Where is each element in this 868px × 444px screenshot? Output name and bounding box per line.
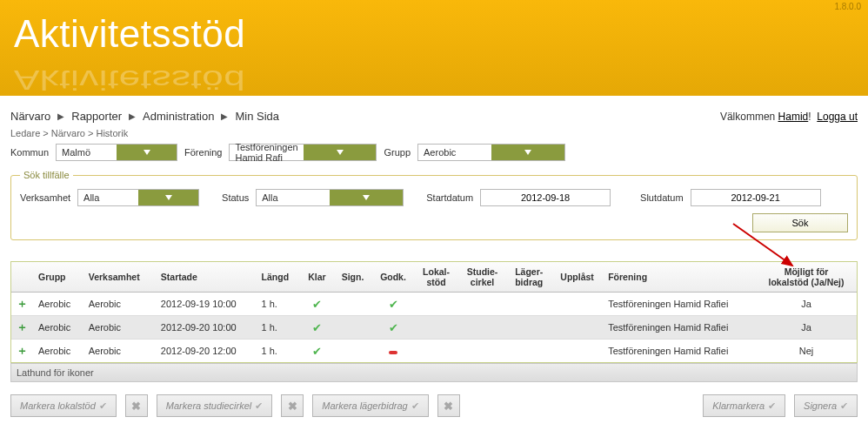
menu-rapporter[interactable]: Rapporter <box>71 110 122 123</box>
th-startade[interactable]: Startade <box>156 262 257 293</box>
slutdatum-label: Slutdatum <box>640 192 684 203</box>
markera-lagerbidrag-button[interactable]: Markera lägerbidrag ✔ <box>312 394 428 417</box>
th-forening[interactable]: Förening <box>603 262 756 293</box>
menu-narvaro[interactable]: Närvaro <box>10 110 50 123</box>
cell-grupp: Aerobic <box>33 293 83 316</box>
filters-row: Kommun Malmö Förening Testföreningen Ham… <box>10 144 858 161</box>
th-lager[interactable]: Läger- bidrag <box>506 262 551 293</box>
forening-select[interactable]: Testföreningen Hamid Rafi <box>229 144 377 161</box>
kommun-select[interactable]: Malmö <box>56 144 177 161</box>
check-icon: ✔ <box>312 321 322 334</box>
plus-icon[interactable]: ＋ <box>17 296 28 312</box>
signera-button[interactable]: Signera ✔ <box>794 394 858 417</box>
cell-lokal <box>414 316 457 340</box>
table-row[interactable]: ＋AerobicAerobic2012-09-20 10:001 h.✔✔Tes… <box>11 316 857 340</box>
cell-godk: ✔ <box>372 316 415 340</box>
slutdatum-input[interactable] <box>691 189 821 206</box>
th-klar[interactable]: Klar <box>300 262 333 293</box>
lathund-bar[interactable]: Lathund för ikoner <box>10 363 858 382</box>
svg-marker-2 <box>524 150 531 155</box>
markera-lokalstod-clear-button[interactable]: ✖ <box>125 394 148 417</box>
cell-klar: ✔ <box>300 340 333 363</box>
cell-studie <box>458 293 507 316</box>
results-table: Grupp Verksamhet Startade Längd Klar Sig… <box>10 261 858 363</box>
kommun-label: Kommun <box>10 147 49 158</box>
cell-startade: 2012-09-20 12:00 <box>156 340 257 363</box>
markera-studiecirkel-button[interactable]: Markera studiecirkel ✔ <box>157 394 272 417</box>
menu-minsida[interactable]: Min Sida <box>235 110 279 123</box>
cell-upplast <box>551 316 603 340</box>
breadcrumb-narvaro[interactable]: Närvaro <box>51 128 85 138</box>
cell-verksamhet: Aerobic <box>83 316 156 340</box>
cell-grupp: Aerobic <box>33 340 83 363</box>
check-icon: ✔ <box>411 400 419 412</box>
chevron-right-icon: ▶ <box>129 111 136 121</box>
app-header: 1.8.0.0 Aktivitetsstöd Aktivitetsstöd <box>0 0 868 96</box>
check-icon: ✔ <box>389 298 398 311</box>
th-sign[interactable]: Sign. <box>333 262 371 293</box>
grupp-label: Grupp <box>384 147 411 158</box>
th-studie[interactable]: Studie- cirkel <box>458 262 507 293</box>
markera-lagerbidrag-clear-button[interactable]: ✖ <box>437 394 460 417</box>
cell-lager <box>506 316 551 340</box>
logout-link[interactable]: Logga ut <box>817 111 858 123</box>
cell-upplast <box>551 293 603 316</box>
check-icon: ✔ <box>99 400 107 412</box>
menu-administration[interactable]: Administration <box>143 110 214 123</box>
cell-forening: Testföreningen Hamid Rafiei <box>603 293 756 316</box>
svg-marker-0 <box>144 150 150 155</box>
verksamhet-select[interactable]: Alla <box>77 189 199 206</box>
plus-icon[interactable]: ＋ <box>17 320 28 335</box>
th-verksamhet[interactable]: Verksamhet <box>83 262 156 293</box>
kommun-value: Malmö <box>57 147 117 158</box>
check-icon: ✔ <box>255 400 263 412</box>
th-langd[interactable]: Längd <box>257 262 301 293</box>
breadcrumb-historik: Historik <box>96 128 128 138</box>
cell-godk <box>372 340 415 363</box>
chevron-down-icon <box>330 190 403 205</box>
forening-label: Förening <box>184 147 222 158</box>
cell-godk: ✔ <box>372 293 415 316</box>
minus-icon <box>389 351 397 354</box>
chevron-right-icon: ▶ <box>57 111 64 121</box>
verksamhet-label: Verksamhet <box>20 192 70 203</box>
th-mojligt[interactable]: Möjligt för lokalstöd (Ja/Nej) <box>756 262 857 293</box>
search-button[interactable]: Sök <box>752 213 848 232</box>
cell-lager <box>506 340 551 363</box>
th-godk[interactable]: Godk. <box>372 262 415 293</box>
markera-lokalstod-button[interactable]: Markera lokalstöd ✔ <box>10 394 117 417</box>
cell-langd: 1 h. <box>257 340 301 363</box>
markera-studiecirkel-clear-button[interactable]: ✖ <box>281 394 304 417</box>
cell-mojligt: Ja <box>756 293 857 316</box>
search-fieldset: Sök tillfälle Verksamhet Alla Status All… <box>10 170 858 240</box>
table-row[interactable]: ＋AerobicAerobic2012-09-19 10:001 h.✔✔Tes… <box>11 293 857 316</box>
cell-verksamhet: Aerobic <box>83 293 156 316</box>
status-label: Status <box>222 192 249 203</box>
forening-value: Testföreningen Hamid Rafi <box>230 142 303 163</box>
klarmarkera-button[interactable]: Klarmarkera ✔ <box>703 394 785 417</box>
menu-bar: Närvaro ▶ Rapporter ▶ Administration ▶ M… <box>10 110 858 123</box>
chevron-down-icon <box>138 190 198 205</box>
status-select[interactable]: Alla <box>256 189 404 206</box>
welcome-text: Välkommen Hamid! Logga ut <box>720 111 858 123</box>
plus-icon[interactable]: ＋ <box>17 343 28 359</box>
cell-startade: 2012-09-19 10:00 <box>156 293 257 316</box>
version-label: 1.8.0.0 <box>834 2 861 11</box>
cell-lokal <box>414 340 457 363</box>
chevron-down-icon <box>117 145 177 160</box>
startdatum-input[interactable] <box>480 189 611 206</box>
breadcrumb-ledare[interactable]: Ledare <box>10 128 40 138</box>
th-lokal[interactable]: Lokal- stöd <box>414 262 457 293</box>
th-upplast[interactable]: Upplåst <box>551 262 603 293</box>
grupp-value: Aerobic <box>418 147 491 158</box>
cell-lager <box>506 293 551 316</box>
footer-actions: Markera lokalstöd ✔ ✖ Markera studiecirk… <box>10 394 858 417</box>
th-grupp[interactable]: Grupp <box>33 262 83 293</box>
breadcrumb: Ledare > Närvaro > Historik <box>10 128 858 138</box>
check-icon: ✔ <box>389 321 398 334</box>
table-row[interactable]: ＋AerobicAerobic2012-09-20 12:001 h.✔Test… <box>11 340 857 363</box>
status-value: Alla <box>257 192 330 203</box>
user-link[interactable]: Hamid <box>778 111 809 123</box>
verksamhet-value: Alla <box>78 192 138 203</box>
grupp-select[interactable]: Aerobic <box>417 144 565 161</box>
